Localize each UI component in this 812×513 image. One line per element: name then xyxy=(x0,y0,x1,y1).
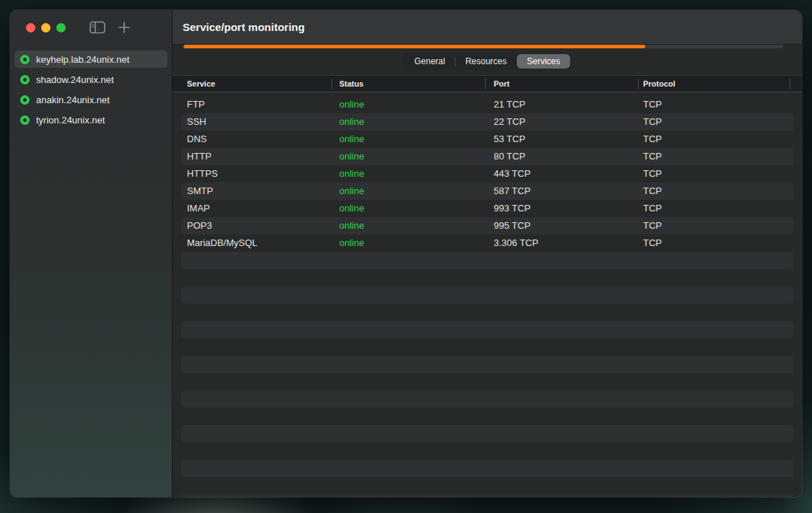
table-row-empty xyxy=(173,252,802,269)
table-row-empty xyxy=(173,460,802,477)
cell-port: 53 TCP xyxy=(485,131,638,148)
table-row-empty xyxy=(173,286,802,304)
cell-port: 21 TCP xyxy=(485,96,638,113)
table-body: FTPonline21 TCPTCPSSHonline22 TCPTCPDNSo… xyxy=(173,96,802,497)
minimize-button[interactable] xyxy=(41,23,51,32)
table-row-empty xyxy=(173,373,802,390)
table-row-empty xyxy=(173,494,802,497)
server-list: keyhelp.lab.24unix.netshadow.24unix.neta… xyxy=(10,45,172,134)
column-header-port[interactable]: Port xyxy=(485,76,638,92)
cell-protocol: TCP xyxy=(638,96,790,113)
tab-bar: GeneralResourcesServices xyxy=(403,53,572,70)
cell-protocol: TCP xyxy=(638,113,790,131)
cell-port: 3.306 TCP xyxy=(485,234,638,252)
cell-status: online xyxy=(331,148,485,165)
cell-service: HTTP xyxy=(173,148,331,165)
cell-port: 443 TCP xyxy=(485,165,638,183)
table-row-empty xyxy=(173,390,802,408)
table-row-empty xyxy=(173,321,802,338)
table-row[interactable]: SSHonline22 TCPTCP xyxy=(173,113,802,131)
cell-port: 993 TCP xyxy=(485,200,638,217)
sidebar: keyhelp.lab.24unix.netshadow.24unix.neta… xyxy=(10,10,173,497)
progress-bar xyxy=(183,45,783,48)
table-row[interactable]: POP3online995 TCPTCP xyxy=(173,217,802,234)
table-row[interactable]: SMTPonline587 TCPTCP xyxy=(173,183,802,200)
sidebar-item-server[interactable]: shadow.24unix.net xyxy=(14,71,167,88)
progress-fill xyxy=(183,45,645,48)
cell-status: online xyxy=(331,131,485,148)
server-label: shadow.24unix.net xyxy=(36,74,114,85)
cell-protocol: TCP xyxy=(638,148,790,165)
server-status-icon xyxy=(20,75,30,84)
table-row-empty xyxy=(173,304,802,321)
cell-service: POP3 xyxy=(173,217,331,234)
table-row-empty xyxy=(173,425,802,442)
cell-protocol: TCP xyxy=(638,183,790,200)
server-status-icon xyxy=(20,95,30,105)
cell-status: online xyxy=(331,96,485,113)
column-header-status[interactable]: Status xyxy=(331,76,485,92)
table-row[interactable]: FTPonline21 TCPTCP xyxy=(173,96,802,113)
column-header-protocol[interactable]: Protocol xyxy=(638,76,790,92)
tab-general[interactable]: General xyxy=(404,54,455,69)
sidebar-toolbar xyxy=(10,10,172,45)
cell-service: FTP xyxy=(173,96,331,113)
cell-service: DNS xyxy=(173,131,331,148)
table-row-empty xyxy=(173,338,802,356)
sidebar-item-server[interactable]: tyrion.24unix.net xyxy=(14,111,167,128)
column-header-service[interactable]: Service xyxy=(173,76,331,92)
table-row-empty xyxy=(173,356,802,373)
cell-status: online xyxy=(331,234,485,252)
table-row[interactable]: IMAPonline993 TCPTCP xyxy=(173,200,802,217)
services-table: ServiceStatusPortProtocol FTPonline21 TC… xyxy=(173,75,802,497)
cell-service: IMAP xyxy=(173,200,331,217)
server-status-icon xyxy=(20,55,30,64)
cell-status: online xyxy=(331,217,485,234)
table-row[interactable]: DNSonline53 TCPTCP xyxy=(173,131,802,148)
server-label: anakin.24unix.net xyxy=(36,95,110,105)
sidebar-toggle-icon[interactable] xyxy=(90,21,105,34)
add-server-button[interactable] xyxy=(118,21,131,34)
table-row[interactable]: MariaDB/MySQLonline3.306 TCPTCP xyxy=(173,234,802,252)
cell-port: 22 TCP xyxy=(485,113,638,131)
table-row[interactable]: HTTPSonline443 TCPTCP xyxy=(173,165,802,183)
column-header-spacer xyxy=(790,76,802,92)
zoom-button[interactable] xyxy=(56,23,66,32)
window-titlebar: Service/port monitoring xyxy=(173,10,802,45)
cell-protocol: TCP xyxy=(638,131,790,148)
table-row-empty xyxy=(173,442,802,460)
cell-port: 80 TCP xyxy=(485,148,638,165)
server-label: keyhelp.lab.24unix.net xyxy=(36,54,129,65)
cell-status: online xyxy=(331,113,485,131)
sidebar-item-server[interactable]: keyhelp.lab.24unix.net xyxy=(14,51,167,68)
cell-status: online xyxy=(331,200,485,217)
table-row-empty xyxy=(173,477,802,494)
cell-status: online xyxy=(331,165,485,183)
server-label: tyrion.24unix.net xyxy=(36,115,105,126)
cell-protocol: TCP xyxy=(638,165,790,183)
table-row-empty xyxy=(173,269,802,286)
cell-service: SMTP xyxy=(173,183,331,200)
table-header: ServiceStatusPortProtocol xyxy=(173,75,802,92)
server-status-icon xyxy=(20,115,30,125)
cell-service: HTTPS xyxy=(173,165,331,183)
close-button[interactable] xyxy=(26,23,35,32)
cell-status: online xyxy=(331,183,485,200)
tab-services[interactable]: Services xyxy=(517,54,570,69)
cell-service: SSH xyxy=(173,113,331,131)
cell-service: MariaDB/MySQL xyxy=(173,234,331,252)
cell-protocol: TCP xyxy=(638,217,790,234)
sidebar-item-server[interactable]: anakin.24unix.net xyxy=(14,91,167,108)
main-panel: Service/port monitoring GeneralResources… xyxy=(173,10,802,497)
table-row-empty xyxy=(173,408,802,425)
cell-port: 587 TCP xyxy=(485,183,638,200)
tab-resources[interactable]: Resources xyxy=(455,54,517,69)
table-row[interactable]: HTTPonline80 TCPTCP xyxy=(173,148,802,165)
page-title: Service/port monitoring xyxy=(183,21,305,33)
cell-port: 995 TCP xyxy=(485,217,638,234)
cell-protocol: TCP xyxy=(638,234,790,252)
app-window: keyhelp.lab.24unix.netshadow.24unix.neta… xyxy=(10,10,802,497)
cell-protocol: TCP xyxy=(638,200,790,217)
